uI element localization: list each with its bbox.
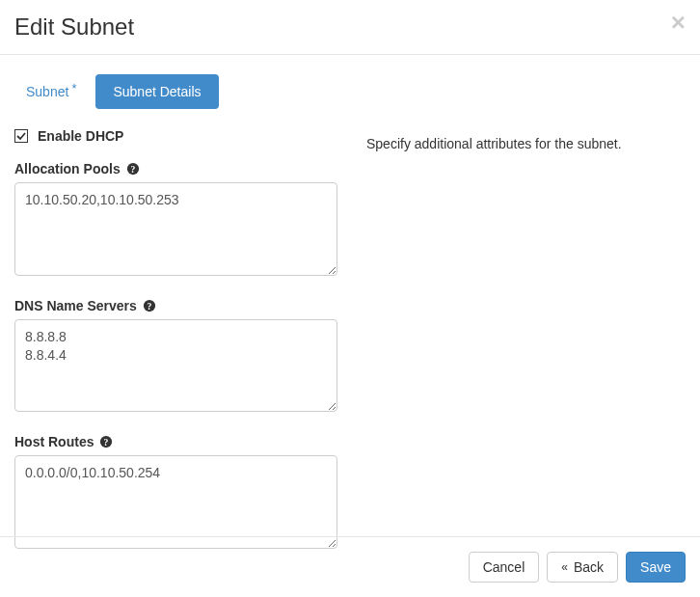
help-icon[interactable]: ? bbox=[99, 435, 113, 448]
nav-tabs: Subnet * Subnet Details bbox=[14, 74, 686, 109]
svg-rect-0 bbox=[15, 130, 28, 143]
modal-footer: Cancel « Back Save bbox=[0, 536, 700, 597]
allocation-pools-input[interactable] bbox=[14, 182, 337, 275]
form-right-column: Specify additional attributes for the su… bbox=[366, 128, 686, 570]
dns-name-servers-input[interactable] bbox=[14, 319, 337, 412]
form-left-column: Enable DHCP Allocation Pools ? DNS Na bbox=[14, 128, 337, 570]
dns-name-servers-label-text: DNS Name Servers bbox=[14, 298, 137, 313]
save-button[interactable]: Save bbox=[626, 552, 686, 583]
close-button[interactable]: × bbox=[671, 10, 686, 35]
help-description: Specify additional attributes for the su… bbox=[366, 136, 686, 151]
checkbox-checked-icon[interactable] bbox=[14, 129, 28, 143]
svg-text:?: ? bbox=[104, 437, 109, 448]
svg-text:?: ? bbox=[147, 300, 151, 311]
enable-dhcp-label: Enable DHCP bbox=[38, 128, 123, 144]
host-routes-label: Host Routes ? bbox=[14, 434, 337, 449]
tab-subnet-details[interactable]: Subnet Details bbox=[95, 74, 218, 109]
help-icon[interactable]: ? bbox=[143, 299, 156, 312]
dns-name-servers-group: DNS Name Servers ? bbox=[14, 298, 337, 415]
allocation-pools-group: Allocation Pools ? bbox=[14, 161, 337, 278]
back-button[interactable]: « Back bbox=[547, 552, 618, 583]
tab-subnet-details-button[interactable]: Subnet Details bbox=[95, 74, 218, 109]
tab-subnet-label: Subnet bbox=[26, 84, 68, 99]
enable-dhcp-row[interactable]: Enable DHCP bbox=[14, 128, 337, 144]
host-routes-input[interactable] bbox=[14, 455, 337, 548]
back-button-label: Back bbox=[574, 559, 604, 575]
help-icon[interactable]: ? bbox=[126, 162, 140, 176]
allocation-pools-label-text: Allocation Pools bbox=[14, 161, 121, 176]
modal-title: Edit Subnet bbox=[14, 14, 686, 40]
host-routes-group: Host Routes ? bbox=[14, 434, 337, 551]
form-area: Enable DHCP Allocation Pools ? DNS Na bbox=[14, 128, 686, 570]
host-routes-label-text: Host Routes bbox=[14, 434, 94, 449]
svg-text:?: ? bbox=[130, 164, 135, 175]
dns-name-servers-label: DNS Name Servers ? bbox=[14, 298, 337, 313]
close-icon: × bbox=[671, 8, 686, 37]
modal-header: Edit Subnet × bbox=[0, 0, 700, 55]
chevron-left-icon: « bbox=[561, 560, 568, 574]
modal-body: Subnet * Subnet Details Enable DHCP Allo… bbox=[0, 55, 700, 584]
allocation-pools-label: Allocation Pools ? bbox=[14, 161, 337, 176]
tab-subnet[interactable]: Subnet * bbox=[14, 76, 88, 107]
cancel-button[interactable]: Cancel bbox=[469, 552, 540, 583]
required-asterisk-icon: * bbox=[71, 81, 76, 95]
